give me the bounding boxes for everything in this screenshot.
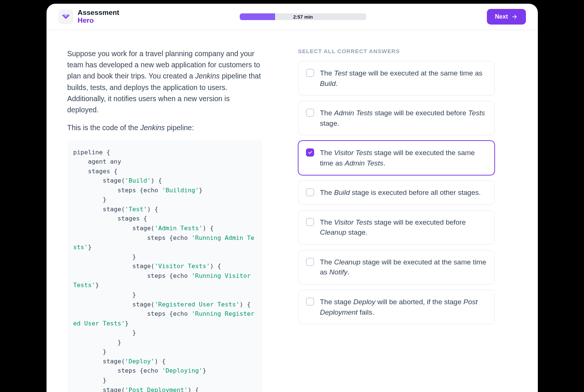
checkbox-icon bbox=[306, 148, 314, 157]
next-button-label: Next bbox=[495, 13, 508, 20]
answer-text: The Visitor Tests stage will be executed… bbox=[320, 148, 487, 168]
answer-text: The Cleanup stage will be executed at th… bbox=[320, 257, 487, 277]
checkbox-icon bbox=[306, 298, 314, 306]
header: Assessment Hero 2:57 min Next bbox=[47, 4, 538, 30]
progress-bar: 2:57 min bbox=[240, 13, 366, 20]
answers-list: The Test stage will be executed at the s… bbox=[298, 61, 495, 324]
answer-option-2[interactable]: The Visitor Tests stage will be executed… bbox=[298, 141, 495, 175]
brand: Assessment Hero bbox=[58, 9, 119, 25]
content: Suppose you work for a travel planning c… bbox=[47, 30, 538, 392]
app-window: Assessment Hero 2:57 min Next Suppose yo… bbox=[47, 4, 538, 392]
answer-text: The stage Deploy will be aborted, if the… bbox=[320, 297, 487, 317]
answers-panel: SELECT ALL CORRECT ANSWERS The Test stag… bbox=[298, 48, 495, 392]
checkbox-icon bbox=[306, 258, 314, 266]
checkbox-icon bbox=[306, 188, 314, 196]
checkbox-icon bbox=[306, 218, 314, 226]
question-panel: Suppose you work for a travel planning c… bbox=[67, 48, 262, 392]
answer-option-6[interactable]: The stage Deploy will be aborted, if the… bbox=[298, 290, 495, 324]
answer-option-5[interactable]: The Cleanup stage will be executed at th… bbox=[298, 250, 495, 285]
progress-time-label: 2:57 min bbox=[240, 14, 366, 20]
answer-text: The Visitor Tests stage will be executed… bbox=[320, 217, 487, 238]
answer-option-1[interactable]: The Admin Tests stage will be executed b… bbox=[298, 101, 495, 135]
checkbox-icon bbox=[306, 109, 314, 117]
brand-logo-icon bbox=[58, 9, 73, 24]
answer-option-3[interactable]: The Build stage is executed before all o… bbox=[298, 180, 495, 205]
answer-option-4[interactable]: The Visitor Tests stage will be executed… bbox=[298, 210, 495, 245]
checkbox-icon bbox=[306, 69, 314, 77]
question-paragraph-2: This is the code of the Jenkins pipeline… bbox=[67, 122, 262, 133]
answer-text: The Test stage will be executed at the s… bbox=[320, 68, 487, 89]
progress-container: 2:57 min bbox=[119, 13, 486, 20]
code-block: pipeline { agent any stages { stage('Bui… bbox=[67, 140, 262, 392]
next-button[interactable]: Next bbox=[487, 9, 526, 25]
arrow-right-icon bbox=[511, 13, 518, 20]
question-paragraph-1: Suppose you work for a travel planning c… bbox=[67, 48, 262, 115]
brand-name: Assessment Hero bbox=[78, 9, 119, 25]
answer-text: The Admin Tests stage will be executed b… bbox=[320, 108, 487, 128]
answer-option-0[interactable]: The Test stage will be executed at the s… bbox=[298, 61, 495, 96]
answer-text: The Build stage is executed before all o… bbox=[320, 187, 481, 198]
answers-title: SELECT ALL CORRECT ANSWERS bbox=[298, 48, 495, 54]
